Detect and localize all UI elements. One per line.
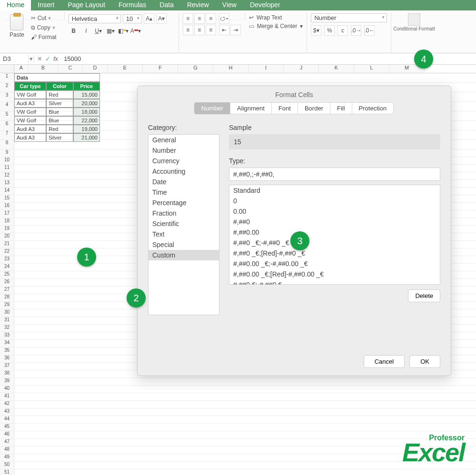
category-accounting[interactable]: Accounting: [149, 166, 219, 177]
category-date[interactable]: Date: [149, 177, 219, 187]
currency-button[interactable]: $▾: [311, 25, 321, 36]
underline-button[interactable]: U▾: [93, 26, 104, 36]
row-header-20[interactable]: 20: [0, 233, 14, 240]
name-box[interactable]: D3: [0, 54, 29, 63]
dialog-tab-number[interactable]: Number: [194, 102, 230, 114]
row-header-25[interactable]: 25: [0, 271, 14, 278]
col-header-D[interactable]: D: [83, 65, 108, 73]
comma-button[interactable]: ⅽ: [337, 25, 348, 36]
col-header-C[interactable]: C: [58, 65, 83, 73]
tab-page-layout[interactable]: Page Layout: [61, 0, 112, 10]
row-header-15[interactable]: 15: [0, 195, 14, 202]
cell-color[interactable]: Silver: [46, 133, 73, 142]
type-option[interactable]: #,##0.00: [229, 227, 440, 238]
bold-button[interactable]: B: [69, 26, 79, 36]
category-list[interactable]: GeneralNumberCurrencyAccountingDateTimeP…: [148, 134, 219, 315]
type-option[interactable]: #,##0.00 _€;[Red]-#,##0.00 _€: [229, 269, 440, 279]
align-top-button[interactable]: ≡: [183, 13, 193, 24]
copy-button[interactable]: ⧉ Copy ▾: [29, 24, 59, 31]
name-box-dropdown[interactable]: ▾: [29, 55, 34, 62]
tab-insert[interactable]: Insert: [31, 0, 61, 10]
category-special[interactable]: Special: [149, 239, 219, 250]
decrease-font-button[interactable]: A▾: [156, 13, 167, 24]
cell-price[interactable]: 18,000: [73, 108, 100, 116]
category-text[interactable]: Text: [149, 229, 219, 239]
row-header-22[interactable]: 22: [0, 248, 14, 256]
align-middle-button[interactable]: ≡: [194, 13, 205, 24]
row-header-42[interactable]: 42: [0, 401, 14, 408]
select-all-corner[interactable]: [0, 65, 14, 73]
row-header-7[interactable]: 7: [0, 130, 14, 139]
row-header-17[interactable]: 17: [0, 210, 14, 218]
row-header-50[interactable]: 50: [0, 462, 14, 469]
cell-cartype[interactable]: VW Golf: [14, 90, 46, 99]
cell-price[interactable]: 19,000: [73, 125, 100, 133]
cell-cartype[interactable]: VW Golf: [14, 108, 46, 116]
row-header-10[interactable]: 10: [0, 157, 14, 164]
cell-cartype[interactable]: Audi A3: [14, 125, 46, 133]
cell-cartype[interactable]: Audi A3: [14, 133, 46, 142]
row-header-48[interactable]: 48: [0, 446, 14, 454]
type-input[interactable]: #,##0,;-#,##0,: [229, 168, 440, 181]
row-header-31[interactable]: 31: [0, 317, 14, 324]
row-header-13[interactable]: 13: [0, 180, 14, 187]
row-header-44[interactable]: 44: [0, 416, 14, 423]
col-header-K[interactable]: K: [319, 65, 354, 73]
cell-price[interactable]: 20,000: [73, 99, 100, 108]
format-painter-button[interactable]: 🖌 Format: [29, 33, 59, 41]
cell-cartype[interactable]: Audi A3: [14, 99, 46, 108]
row-header-35[interactable]: 35: [0, 347, 14, 355]
table-row[interactable]: VW GolfRed15,000: [14, 90, 100, 99]
fill-color-button[interactable]: ◧▾: [118, 26, 129, 36]
accept-formula-icon[interactable]: ✓: [45, 55, 50, 62]
row-header-41[interactable]: 41: [0, 393, 14, 400]
type-option[interactable]: #,##0 _€;[Red]-#,##0 _€: [229, 248, 440, 258]
type-list[interactable]: Standard00.00#,##0#,##0.00#,##0 _€;-#,##…: [229, 185, 440, 285]
type-option[interactable]: #,##0: [229, 217, 440, 227]
row-header-27[interactable]: 27: [0, 287, 14, 294]
cell-price[interactable]: 22,000: [73, 116, 100, 125]
cancel-button[interactable]: Cancel: [364, 355, 405, 368]
category-number[interactable]: Number: [149, 145, 219, 156]
row-header-51[interactable]: 51: [0, 469, 14, 475]
col-header-H[interactable]: H: [213, 65, 248, 73]
tab-review[interactable]: Review: [180, 0, 216, 10]
dialog-tab-fill[interactable]: Fill: [330, 102, 352, 114]
col-header-F[interactable]: F: [143, 65, 178, 73]
row-header-19[interactable]: 19: [0, 226, 14, 233]
table-row[interactable]: VW GolfBlue18,000: [14, 108, 100, 116]
category-currency[interactable]: Currency: [149, 156, 219, 166]
col-header-B[interactable]: B: [29, 65, 58, 73]
row-header-5[interactable]: 5: [0, 111, 14, 120]
number-format-select[interactable]: Number: [311, 13, 387, 22]
cell-color[interactable]: Red: [46, 125, 73, 133]
conditional-formatting-button[interactable]: Conditional Formatt: [391, 12, 436, 53]
align-right-button[interactable]: ≡: [206, 25, 216, 35]
increase-decimal-button[interactable]: .0→: [351, 25, 361, 36]
row-header-26[interactable]: 26: [0, 279, 14, 286]
row-header-11[interactable]: 11: [0, 165, 14, 172]
type-option[interactable]: #,##0.00 _€;-#,##0.00 _€: [229, 258, 440, 269]
tab-developer[interactable]: Developer: [243, 0, 287, 10]
align-center-button[interactable]: ≡: [194, 25, 205, 35]
category-scientific[interactable]: Scientific: [149, 218, 219, 229]
font-size-select[interactable]: 10: [123, 14, 142, 23]
row-header-40[interactable]: 40: [0, 386, 14, 393]
cell-cartype[interactable]: VW Golf: [14, 116, 46, 125]
tab-data[interactable]: Data: [153, 0, 180, 10]
decrease-decimal-button[interactable]: .0←: [364, 25, 375, 36]
fx-icon[interactable]: fx: [53, 55, 58, 62]
category-percentage[interactable]: Percentage: [149, 198, 219, 208]
row-header-46[interactable]: 46: [0, 431, 14, 438]
row-header-12[interactable]: 12: [0, 172, 14, 179]
row-header-18[interactable]: 18: [0, 218, 14, 225]
col-header-I[interactable]: I: [248, 65, 284, 73]
decrease-indent-button[interactable]: ⇤: [219, 25, 229, 35]
table-row[interactable]: Audi A3Red19,000: [14, 125, 100, 133]
col-header-G[interactable]: G: [178, 65, 213, 73]
row-header-45[interactable]: 45: [0, 424, 14, 431]
type-option[interactable]: 0.00: [229, 206, 440, 217]
cut-button[interactable]: ✂ Cut ▾: [29, 14, 59, 22]
align-bottom-button[interactable]: ≡: [206, 13, 216, 24]
row-header-37[interactable]: 37: [0, 363, 14, 370]
